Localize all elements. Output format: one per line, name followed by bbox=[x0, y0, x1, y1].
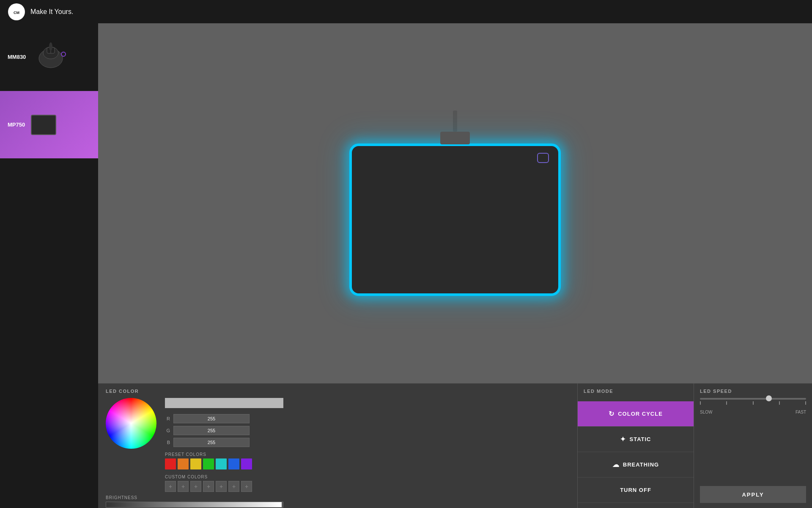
swatch-cyan[interactable] bbox=[216, 458, 227, 469]
bottom-panels: LED COLOR R bbox=[98, 383, 812, 508]
led-mode-panel: LED MODE ↻ COLOR CYCLE ✦ STATIC ☁ BREATH… bbox=[577, 383, 694, 508]
svg-point-6 bbox=[61, 52, 66, 56]
custom-swatch-1[interactable]: + bbox=[165, 481, 176, 492]
b-row: B bbox=[165, 438, 570, 447]
color-cycle-icon: ↻ bbox=[609, 410, 614, 418]
led-indicator bbox=[537, 153, 549, 163]
color-controls: R G B bbox=[106, 398, 570, 492]
led-speed-title: LED SPEED bbox=[700, 389, 806, 394]
static-icon: ✦ bbox=[620, 435, 626, 443]
tick-4 bbox=[779, 401, 780, 405]
swatch-orange[interactable] bbox=[178, 458, 189, 469]
custom-swatch-5[interactable]: + bbox=[216, 481, 227, 492]
mode-breathing[interactable]: ☁ BREATHING bbox=[578, 452, 694, 478]
g-label: G bbox=[165, 428, 170, 433]
fast-label: FAST bbox=[796, 410, 806, 414]
preset-colors-label: PRESET COLORS bbox=[165, 452, 570, 457]
g-row: G bbox=[165, 426, 570, 435]
mode-static-label: STATIC bbox=[629, 436, 651, 442]
custom-colors-label: CUSTOM COLORS bbox=[165, 475, 570, 479]
preset-swatches bbox=[165, 458, 570, 469]
speed-slider-ticks bbox=[700, 401, 806, 405]
speed-labels: SLOW FAST bbox=[700, 410, 806, 414]
mode-color-cycle[interactable]: ↻ COLOR CYCLE bbox=[578, 401, 694, 427]
brightness-label: BRIGHTNESS bbox=[106, 495, 570, 500]
tick-2 bbox=[726, 401, 727, 405]
sidebar: MM830 MP750 bbox=[0, 23, 98, 508]
tick-1 bbox=[700, 401, 701, 405]
b-label: B bbox=[165, 440, 170, 445]
device-preview-area bbox=[98, 23, 812, 383]
custom-swatch-4[interactable]: + bbox=[203, 481, 214, 492]
color-wheel[interactable] bbox=[106, 398, 156, 449]
tick-3 bbox=[753, 401, 754, 405]
svg-point-7 bbox=[49, 42, 52, 51]
mousepad-visual bbox=[349, 110, 561, 296]
apply-button[interactable]: APPLY bbox=[700, 486, 806, 503]
swatch-red[interactable] bbox=[165, 458, 176, 469]
custom-swatch-6[interactable]: + bbox=[228, 481, 239, 492]
breathing-icon: ☁ bbox=[612, 461, 620, 469]
swatch-yellow[interactable] bbox=[190, 458, 201, 469]
speed-section: LED SPEED SLOW bbox=[700, 389, 806, 486]
brightness-bar[interactable] bbox=[106, 502, 283, 508]
svg-text:CM: CM bbox=[14, 11, 19, 15]
swatch-blue[interactable] bbox=[228, 458, 239, 469]
brand-tagline: Make It Yours. bbox=[30, 8, 73, 16]
b-input[interactable] bbox=[173, 438, 250, 447]
slow-label: SLOW bbox=[700, 410, 712, 414]
g-input[interactable] bbox=[173, 426, 250, 435]
color-preview-box bbox=[165, 398, 283, 408]
cooler-master-logo-icon: CM bbox=[8, 3, 25, 21]
cable bbox=[453, 110, 457, 132]
mode-static[interactable]: ✦ STATIC bbox=[578, 427, 694, 452]
led-color-panel: LED COLOR R bbox=[98, 383, 577, 508]
center-content: LED COLOR R bbox=[98, 23, 812, 508]
mm830-device-name: MM830 bbox=[8, 54, 26, 60]
custom-swatch-7[interactable]: + bbox=[241, 481, 252, 492]
brightness-section: BRIGHTNESS bbox=[106, 495, 570, 508]
preset-section: PRESET COLORS bbox=[165, 452, 570, 469]
custom-swatch-2[interactable]: + bbox=[178, 481, 189, 492]
rgb-sliders-area: R G B bbox=[165, 398, 570, 492]
mp750-device-name: MP750 bbox=[8, 121, 25, 128]
custom-swatches-row: + + + + + + + bbox=[165, 481, 570, 492]
sidebar-item-mp750[interactable]: MP750 bbox=[0, 91, 98, 159]
mp750-pad-icon bbox=[31, 115, 56, 135]
speed-slider-container: SLOW FAST bbox=[700, 398, 806, 414]
sidebar-item-mm830[interactable]: MM830 bbox=[0, 23, 98, 91]
r-row: R bbox=[165, 414, 570, 423]
tick-5 bbox=[805, 401, 806, 405]
led-color-title: LED COLOR bbox=[106, 389, 570, 394]
led-speed-panel: LED SPEED SLOW bbox=[694, 383, 812, 508]
speed-slider-track[interactable] bbox=[700, 398, 806, 400]
mousepad-body bbox=[349, 144, 561, 296]
mode-color-cycle-label: COLOR CYCLE bbox=[618, 411, 663, 417]
mode-turn-off[interactable]: TURN OFF bbox=[578, 478, 694, 503]
custom-swatch-3[interactable]: + bbox=[190, 481, 201, 492]
swatch-green[interactable] bbox=[203, 458, 214, 469]
header: CM Make It Yours. bbox=[0, 0, 812, 23]
mm830-mouse-icon bbox=[32, 42, 70, 72]
led-mode-title: LED MODE bbox=[578, 389, 694, 397]
mode-breathing-label: BREATHING bbox=[623, 461, 659, 468]
mode-turn-off-label: TURN OFF bbox=[620, 487, 651, 493]
speed-slider-thumb[interactable] bbox=[766, 395, 772, 401]
brightness-fill bbox=[106, 502, 282, 507]
main-layout: MM830 MP750 bbox=[0, 23, 812, 508]
r-input[interactable] bbox=[173, 414, 250, 423]
connector bbox=[440, 132, 470, 144]
swatch-purple[interactable] bbox=[241, 458, 252, 469]
custom-section: CUSTOM COLORS + + + + + + + bbox=[165, 475, 570, 492]
r-label: R bbox=[165, 416, 170, 421]
